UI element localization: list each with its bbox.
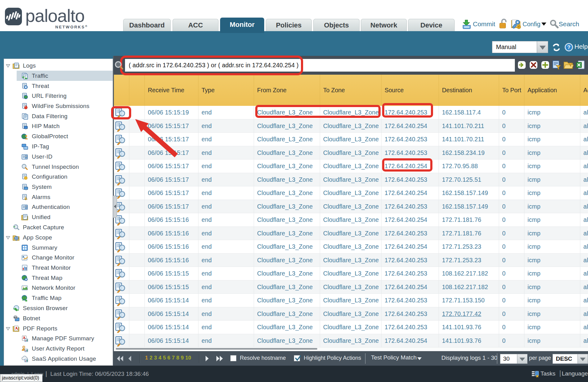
svg-text:?: ?: [567, 44, 570, 50]
